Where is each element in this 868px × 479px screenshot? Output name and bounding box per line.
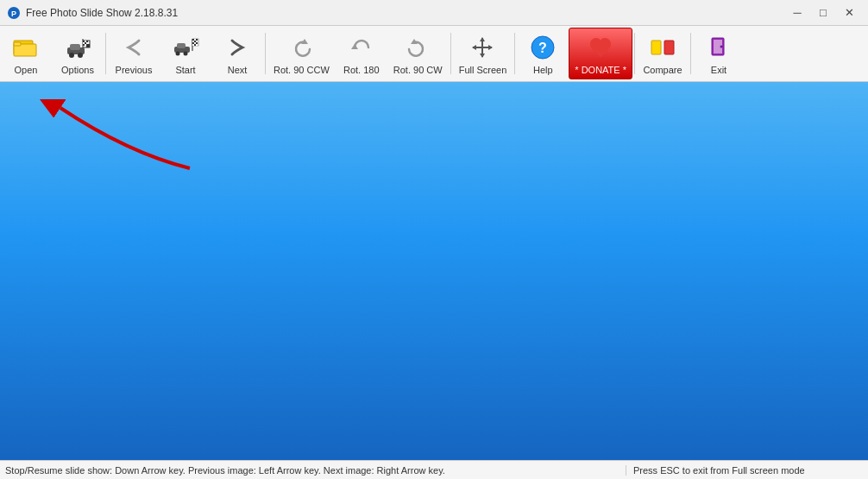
compare-icon [647,32,678,63]
svg-rect-52 [664,41,674,54]
svg-rect-34 [192,42,194,44]
svg-text:?: ? [538,41,547,55]
svg-rect-33 [196,41,198,42]
help-icon: ? [527,32,558,63]
compare-label: Compare [643,65,682,75]
svg-point-24 [176,52,180,56]
svg-rect-31 [192,41,194,42]
divider-4 [514,33,515,74]
status-right: Press ESC to exit from Full screen mode [626,465,868,476]
window-title: Free Photo Slide Show 2.18.8.31 [26,7,785,19]
maximize-button[interactable]: □ [811,4,835,22]
fullscreen-button[interactable]: Full Screen [453,28,513,79]
svg-rect-15 [83,42,85,44]
svg-rect-6 [70,44,80,50]
svg-rect-32 [194,41,196,42]
divider-6 [690,33,691,74]
svg-rect-39 [196,44,198,46]
svg-marker-46 [480,54,485,58]
svg-marker-48 [488,45,493,50]
next-icon [222,32,253,63]
minimize-button[interactable]: ─ [785,4,809,22]
rot-cw-label: Rot. 90 CW [393,65,443,75]
rot-ccw-icon [286,32,317,63]
open-label: Open [15,65,38,75]
help-label: Help [533,65,553,75]
start-button[interactable]: Start [160,28,211,79]
donate-label: * DONATE * [575,65,626,75]
svg-rect-20 [86,44,88,46]
svg-marker-45 [480,37,485,41]
compare-button[interactable]: Compare [637,28,689,79]
svg-text:P: P [11,9,16,18]
donate-icon [585,32,616,63]
rot-cw-button[interactable]: Rot. 90 CW [387,28,449,79]
svg-rect-38 [194,44,196,46]
previous-icon [118,32,149,63]
options-button[interactable]: Options [52,28,104,79]
options-label: Options [61,65,94,75]
svg-rect-13 [85,41,86,42]
rot-ccw-label: Rot. 90 CCW [274,65,330,75]
status-bar: Stop/Resume slide show: Down Arrow key. … [0,460,868,479]
svg-rect-23 [177,43,186,48]
fullscreen-label: Full Screen [459,65,507,75]
svg-rect-12 [83,41,85,42]
next-button[interactable]: Next [211,28,263,79]
rot-cw-icon [402,32,433,63]
svg-point-8 [78,53,83,58]
exit-icon [703,32,734,63]
start-icon [170,32,201,63]
svg-rect-16 [85,42,86,44]
main-area [0,82,868,460]
svg-rect-51 [651,41,661,54]
svg-rect-18 [83,44,85,46]
open-icon [10,32,41,63]
help-button[interactable]: ? Help [517,28,569,79]
svg-point-7 [69,53,74,58]
svg-marker-41 [351,44,358,49]
rot-180-button[interactable]: Rot. 180 [336,28,387,79]
svg-rect-37 [192,44,194,46]
svg-rect-4 [14,42,21,46]
fullscreen-icon [467,32,498,63]
rot-180-label: Rot. 180 [343,65,380,75]
app-icon: P [7,6,21,20]
divider-3 [450,33,451,74]
svg-rect-28 [192,39,194,41]
next-label: Next [228,65,248,75]
svg-rect-29 [194,39,196,41]
start-label: Start [175,65,195,75]
options-icon [62,32,93,63]
svg-rect-36 [196,42,198,44]
previous-button[interactable]: Previous [108,28,160,79]
svg-marker-47 [472,45,476,50]
status-left: Stop/Resume slide show: Down Arrow key. … [0,465,626,476]
exit-button[interactable]: Exit [693,28,745,79]
window-controls: ─ □ ✕ [785,4,861,22]
previous-label: Previous [116,65,153,75]
toolbar: Open [0,26,868,82]
tutorial-arrow [26,99,198,186]
svg-point-55 [720,46,723,48]
divider-2 [265,33,266,74]
donate-button[interactable]: * DONATE * [569,28,632,79]
svg-rect-17 [86,42,88,44]
divider-5 [634,33,635,74]
svg-rect-19 [85,44,86,46]
divider-1 [105,33,106,74]
rot-ccw-button[interactable]: Rot. 90 CCW [267,28,336,79]
svg-rect-30 [196,39,198,41]
title-bar: P Free Photo Slide Show 2.18.8.31 ─ □ ✕ [0,0,868,26]
svg-rect-35 [194,42,196,44]
close-button[interactable]: ✕ [837,4,861,22]
rot-180-icon [346,32,377,63]
svg-point-25 [184,52,188,56]
exit-label: Exit [711,65,726,75]
svg-rect-14 [86,41,88,42]
open-button[interactable]: Open [0,28,52,79]
